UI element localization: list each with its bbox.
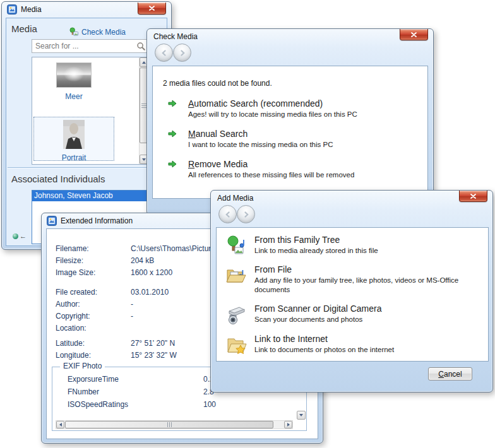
check-media-content: 2 media files could not be found. Automa… <box>152 66 428 199</box>
add-media-titlebar[interactable]: Add Media <box>211 191 492 206</box>
field-label: Copyright: <box>56 312 131 321</box>
field-label: Location: <box>56 324 131 333</box>
option-manual-search[interactable]: Manual Search I want to locate the missi… <box>168 128 333 150</box>
exif-key: ExporsureTime <box>68 375 119 384</box>
divider <box>8 167 165 168</box>
portrait-label: Portrait <box>34 153 114 162</box>
option-title: From File <box>254 264 292 274</box>
individual-row[interactable]: Johnson, Steven Jacob <box>32 191 148 201</box>
check-media-icon <box>69 27 79 37</box>
media-heading: Media <box>11 23 37 34</box>
field-value: 27° 51' 20" N <box>131 339 175 348</box>
green-arrow-icon <box>168 99 177 108</box>
option-from-scanner[interactable]: From Scanner or Digital Camera Scan your… <box>225 303 382 326</box>
associated-individuals-heading: Associated Individuals <box>11 174 105 184</box>
option-from-family-tree[interactable]: From this Family Tree Link to media alre… <box>225 234 378 257</box>
back-button[interactable] <box>218 205 237 223</box>
exif-value: 100 <box>203 400 216 409</box>
field-label: Filename: <box>56 244 131 253</box>
scroll-right-icon[interactable] <box>284 421 292 428</box>
search-input[interactable] <box>35 41 131 51</box>
option-remove-media[interactable]: Remove Media All references to these mis… <box>168 158 354 180</box>
back-button[interactable] <box>155 44 173 62</box>
option-title: From this Family Tree <box>254 235 340 245</box>
cancel-button[interactable]: Cancel <box>428 367 472 380</box>
option-description: Add any file to your family tree, like p… <box>254 276 483 295</box>
left-arrow-icon: ← <box>20 233 27 239</box>
field-label: File created: <box>56 288 131 297</box>
desktop: Media Media Check Media <box>0 0 495 448</box>
link-back-indicator[interactable]: ← <box>13 233 27 239</box>
search-icon[interactable] <box>136 42 146 51</box>
green-arrow-icon <box>168 160 177 168</box>
check-media-link[interactable]: Check Media <box>69 27 126 37</box>
add-media-dialog: Add Media From this Fa <box>210 190 493 392</box>
forward-button[interactable] <box>237 205 255 223</box>
scroll-down-icon[interactable] <box>297 411 306 420</box>
option-title: Remove Media <box>188 159 248 169</box>
app-icon <box>47 216 57 226</box>
field-label: Longitude: <box>56 351 131 360</box>
file-folder-icon <box>225 265 247 286</box>
exif-legend: EXIF Photo <box>60 362 105 370</box>
option-description: Link to media already stored in this fil… <box>254 246 378 256</box>
field-label: Author: <box>56 300 131 309</box>
option-title: Automatic Search (recommended) <box>188 98 323 109</box>
field-label: Latitude: <box>56 339 131 348</box>
forward-button[interactable] <box>173 44 191 62</box>
missing-files-message: 2 media files could not be found. <box>163 79 272 88</box>
check-media-titlebar[interactable]: Check Media <box>147 29 433 44</box>
scroll-left-icon[interactable] <box>56 421 64 428</box>
add-media-content: From this Family Tree Link to media alre… <box>216 227 489 362</box>
green-arrow-icon <box>168 129 177 138</box>
close-icon[interactable] <box>459 191 487 202</box>
check-media-title: Check Media <box>153 32 198 41</box>
internet-folder-icon <box>225 334 247 356</box>
field-label: Image Size: <box>56 268 131 277</box>
scanner-camera-icon <box>225 304 247 326</box>
field-value: C:\Users\Thomas\Pictur <box>131 244 211 253</box>
media-thumbnail-list: Meer Portrait <box>32 57 149 165</box>
meer-label: Meer <box>33 92 114 101</box>
scrollbar-thumb[interactable] <box>65 421 273 428</box>
option-title: Link to the Internet <box>254 334 328 344</box>
field-label: Filesize: <box>56 256 131 265</box>
option-link-internet[interactable]: Link to the Internet Link to documents o… <box>225 333 394 356</box>
search-box <box>32 39 149 53</box>
option-automatic-search[interactable]: Automatic Search (recommended) Ages! wil… <box>168 98 357 119</box>
meer-thumbnail-image <box>56 62 92 88</box>
option-title: Manual Search <box>188 129 248 139</box>
field-value: 15° 23' 32" W <box>131 351 177 360</box>
check-media-dialog: Check Media 2 media files could not be f… <box>146 28 434 215</box>
exif-horizontal-scrollbar[interactable] <box>56 420 293 429</box>
media-window-title: Media <box>21 5 42 14</box>
media-panel: Media Check Media <box>6 18 167 246</box>
app-icon <box>7 4 17 15</box>
exif-key: FNumber <box>68 387 99 396</box>
media-titlebar[interactable]: Media <box>2 2 171 17</box>
exif-key: ISOSpeedRatings <box>68 400 128 409</box>
field-value: 1600 x 1200 <box>131 268 172 277</box>
extended-info-title: Extended Information <box>61 216 133 225</box>
close-icon[interactable] <box>400 29 428 40</box>
close-icon[interactable] <box>138 3 166 15</box>
media-item-portrait[interactable]: Portrait <box>33 117 114 161</box>
media-item-meer[interactable]: Meer <box>33 62 114 101</box>
field-value: - <box>131 300 133 309</box>
family-tree-icon <box>225 235 247 257</box>
portrait-thumbnail-image <box>63 120 85 149</box>
field-value: 204 kB <box>131 256 154 265</box>
option-description: Link to documents or photos on the inter… <box>254 345 394 355</box>
option-title: From Scanner or Digital Camera <box>254 304 382 314</box>
field-value: - <box>131 312 133 321</box>
field-value: 03.01.2010 <box>131 288 169 297</box>
option-description: Ages! will try to locate missing media f… <box>188 110 357 119</box>
add-media-title: Add Media <box>217 194 253 203</box>
green-sphere-icon <box>13 233 18 239</box>
option-from-file[interactable]: From File Add any file to your family tr… <box>225 264 483 295</box>
option-description: Scan your documents and photos <box>254 315 382 324</box>
option-description: I want to locate the missing media on th… <box>188 140 333 150</box>
check-media-link-label: Check Media <box>81 28 126 37</box>
option-description: All references to these missing files wi… <box>188 170 354 180</box>
